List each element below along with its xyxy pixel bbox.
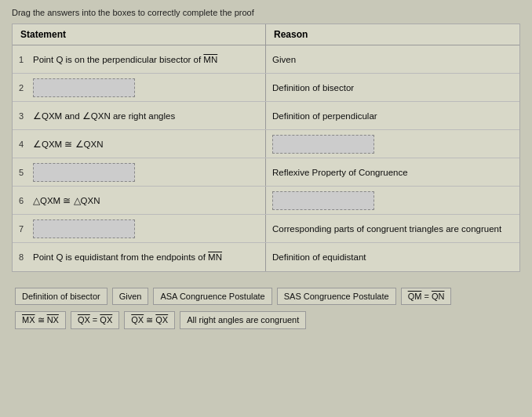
statement-cell-5: 5 xyxy=(13,158,266,186)
row-number-3: 3 xyxy=(19,111,28,121)
chip-mx-nx[interactable]: MX ≅ NX xyxy=(15,311,66,329)
proof-table: Statement Reason 1 Point Q is on the per… xyxy=(12,24,520,272)
answer-chips-row1: Definition of bisector Given ASA Congrue… xyxy=(12,281,520,311)
reason-drop-box-6[interactable] xyxy=(272,191,374,210)
chip-all-right-angles[interactable]: All right angles are congruent xyxy=(180,311,306,329)
row-number-2: 2 xyxy=(19,83,28,92)
statement-drop-box-2[interactable] xyxy=(33,78,135,97)
statement-drop-box-7[interactable] xyxy=(33,219,135,238)
table-row: 6 △QXM ≅ △QXN xyxy=(13,187,519,215)
chip-qm-qn[interactable]: QM = QN xyxy=(401,288,452,305)
statement-cell-4: 4 ∠QXM ≅ ∠QXN xyxy=(13,130,266,158)
statement-text-8: Point Q is equidistant from the endpoint… xyxy=(33,252,222,262)
row-number-7: 7 xyxy=(19,224,28,234)
statement-cell-3: 3 ∠QXM and ∠QXN are right angles xyxy=(13,102,266,129)
reason-cell-7: Corresponding parts of congruent triangl… xyxy=(266,215,519,242)
statement-cell-6: 6 △QXM ≅ △QXN xyxy=(13,187,266,214)
reason-text-5: Reflexive Property of Congruence xyxy=(272,168,408,177)
table-row: 7 Corresponding parts of congruent trian… xyxy=(13,215,519,243)
reason-cell-5: Reflexive Property of Congruence xyxy=(266,158,519,186)
chip-asa[interactable]: ASA Congruence Postulate xyxy=(153,288,271,305)
reason-text-8: Definition of equidistant xyxy=(272,252,366,262)
statement-drop-box-5[interactable] xyxy=(33,163,135,182)
reason-cell-2: Definition of bisector xyxy=(266,74,519,101)
reason-text-7: Corresponding parts of congruent triangl… xyxy=(272,224,501,234)
row-number-4: 4 xyxy=(19,140,28,149)
statement-cell-2: 2 xyxy=(13,74,266,101)
row-number-5: 5 xyxy=(19,168,28,177)
statement-text-3: ∠QXM and ∠QXN are right angles xyxy=(33,111,175,121)
row-number-6: 6 xyxy=(19,196,28,205)
proof-header: Statement Reason xyxy=(13,24,519,45)
statement-text-6: △QXM ≅ △QXN xyxy=(33,195,100,206)
reason-cell-3: Definition of perpendicular xyxy=(266,102,519,129)
statement-cell-7: 7 xyxy=(13,215,266,242)
answer-chips-row2: MX ≅ NX QX = QX QX ≅ QX All right angles… xyxy=(12,311,520,334)
table-row: 3 ∠QXM and ∠QXN are right angles Definit… xyxy=(13,102,519,130)
statement-cell-1: 1 Point Q is on the perpendicular bisect… xyxy=(13,45,266,73)
reason-drop-box-4[interactable] xyxy=(272,135,374,154)
reason-text-2: Definition of bisector xyxy=(272,83,354,92)
statement-text-1: Point Q is on the perpendicular bisector… xyxy=(33,55,217,64)
table-row: 8 Point Q is equidistant from the endpoi… xyxy=(13,243,519,271)
reason-cell-4 xyxy=(266,130,519,158)
reason-cell-8: Definition of equidistant xyxy=(266,243,519,271)
table-row: 1 Point Q is on the perpendicular bisect… xyxy=(13,45,519,74)
chip-sas[interactable]: SAS Congruence Postulate xyxy=(277,288,396,305)
chip-given[interactable]: Given xyxy=(112,288,149,305)
table-row: 2 Definition of bisector xyxy=(13,74,519,102)
reason-cell-1: Given xyxy=(266,45,519,73)
reason-cell-6 xyxy=(266,187,519,214)
chip-qx-cong-qx[interactable]: QX ≅ QX xyxy=(124,311,175,329)
chip-qx-eq-qx[interactable]: QX = QX xyxy=(71,311,119,329)
reason-text-3: Definition of perpendicular xyxy=(272,111,377,121)
reason-text-1: Given xyxy=(272,55,296,64)
table-row: 5 Reflexive Property of Congruence xyxy=(13,158,519,187)
statement-header: Statement xyxy=(13,24,266,45)
statement-text-4: ∠QXM ≅ ∠QXN xyxy=(33,139,104,150)
instructions-text: Drag the answers into the boxes to corre… xyxy=(12,8,520,17)
reason-header: Reason xyxy=(266,24,519,45)
row-number-8: 8 xyxy=(19,252,28,262)
table-row: 4 ∠QXM ≅ ∠QXN xyxy=(13,130,519,158)
chip-definition-bisector[interactable]: Definition of bisector xyxy=(15,288,107,305)
statement-cell-8: 8 Point Q is equidistant from the endpoi… xyxy=(13,243,266,271)
row-number-1: 1 xyxy=(19,55,28,64)
